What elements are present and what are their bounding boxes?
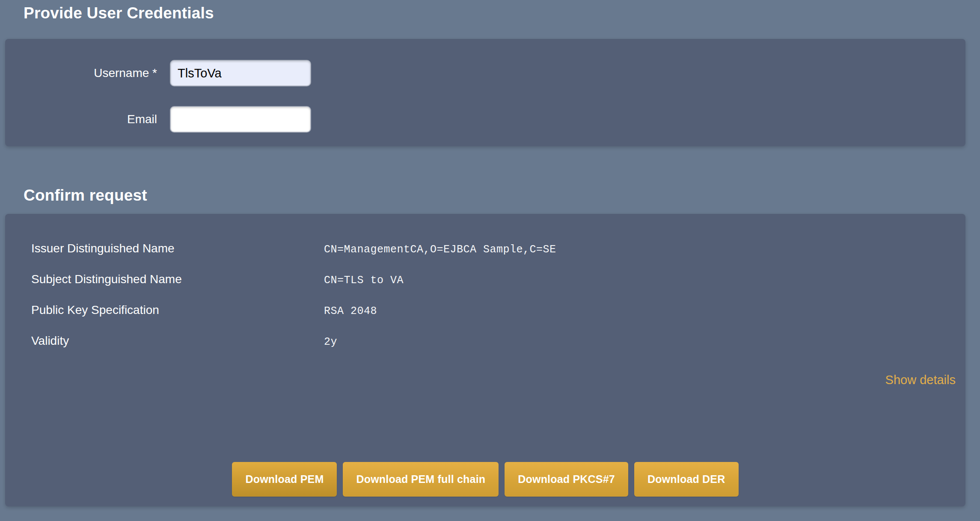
public-key-spec-value: RSA 2048 <box>324 304 377 319</box>
public-key-spec-row: Public Key Specification RSA 2048 <box>5 303 965 334</box>
certificate-enrollment-page: Provide User Credentials Username * Emai… <box>0 0 980 521</box>
username-label: Username * <box>5 60 157 86</box>
email-label: Email <box>5 106 157 133</box>
validity-row: Validity 2y <box>5 334 965 364</box>
confirm-request-panel: Issuer Distinguished Name CN=ManagementC… <box>5 214 965 506</box>
username-input[interactable] <box>170 60 311 86</box>
show-details-link[interactable]: Show details <box>885 373 956 387</box>
download-der-button[interactable]: Download DER <box>634 462 739 497</box>
download-pkcs7-button[interactable]: Download PKCS#7 <box>505 462 628 497</box>
validity-value: 2y <box>324 335 337 349</box>
validity-label: Validity <box>31 334 324 348</box>
subject-dn-row: Subject Distinguished Name CN=TLS to VA <box>5 272 965 303</box>
subject-dn-label: Subject Distinguished Name <box>31 272 324 287</box>
issuer-dn-row: Issuer Distinguished Name CN=ManagementC… <box>5 241 965 272</box>
download-pem-button[interactable]: Download PEM <box>232 462 337 497</box>
show-details-wrap: Show details <box>5 373 965 387</box>
email-row: Email <box>5 106 965 133</box>
credentials-panel: Username * Email <box>5 39 965 146</box>
confirm-section-title: Confirm request <box>24 186 980 205</box>
download-pem-full-chain-button[interactable]: Download PEM full chain <box>343 462 499 497</box>
public-key-spec-label: Public Key Specification <box>31 303 324 317</box>
subject-dn-value: CN=TLS to VA <box>324 273 404 288</box>
credentials-section-title: Provide User Credentials <box>24 0 980 23</box>
email-input[interactable] <box>170 106 311 133</box>
issuer-dn-value: CN=ManagementCA,O=EJBCA Sample,C=SE <box>324 243 556 257</box>
issuer-dn-label: Issuer Distinguished Name <box>31 241 324 256</box>
download-button-row: Download PEM Download PEM full chain Dow… <box>5 462 965 497</box>
username-row: Username * <box>5 60 965 86</box>
